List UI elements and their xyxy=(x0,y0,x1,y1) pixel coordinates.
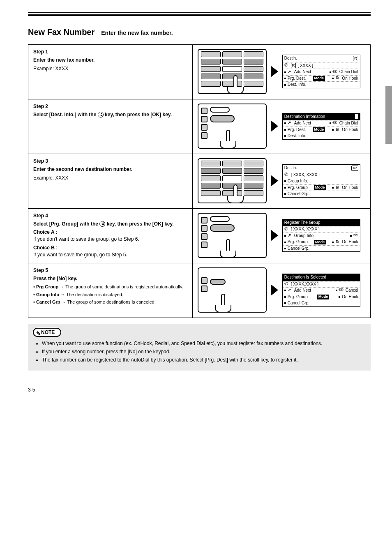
step5-left: Step 5 Press the [No] key. • Prg Group →… xyxy=(28,263,193,318)
lcd-item: Cancel Grp. xyxy=(288,301,309,306)
step-label: Step 2 xyxy=(33,104,187,109)
sub-text: → The destination is displayed. xyxy=(60,292,123,297)
lcd-title: Destin. xyxy=(284,56,297,61)
keypad-illustration xyxy=(198,49,267,94)
scroll-icon xyxy=(98,112,104,117)
lcd-item: Add Next xyxy=(294,288,311,293)
mode-chip: Mode xyxy=(313,127,325,132)
doc-icon xyxy=(335,127,340,132)
lcd-item: Prg. Dest. xyxy=(288,127,306,133)
arrow-icon xyxy=(288,233,293,238)
step-body: Example: XXXX xyxy=(33,175,187,181)
note-badge: ✎ NOTE xyxy=(33,328,61,337)
lcd-screen: Register The Group [ XXXX, XXXX ] Group … xyxy=(282,219,360,252)
step2-left: Step 2 Select [Dest. Info.] with the key… xyxy=(28,99,193,154)
lcd-item: On Hook xyxy=(342,185,358,191)
note-list: When you want to use some function (ex. … xyxy=(33,340,366,363)
lcd-title: Destin. xyxy=(284,166,297,171)
lcd-screen: Destin.R R[ XXXX ] Add NextChain Dial Pr… xyxy=(282,55,360,88)
panel-ok-illustration xyxy=(198,104,267,149)
choice-label: Choice A : xyxy=(33,229,57,235)
doc-icon xyxy=(335,76,340,81)
arrow-icon xyxy=(271,120,278,132)
text: key, then press the [OK] key. xyxy=(105,112,172,117)
step-title: Enter the new fax number. xyxy=(33,57,187,63)
doc-icon xyxy=(335,185,340,190)
choice-label: Choice B : xyxy=(33,245,58,251)
panel-ok-illustration xyxy=(198,213,267,258)
mode-chip: Mode xyxy=(314,240,326,244)
lcd-title: Destination Is Selected xyxy=(284,275,326,280)
lcd-item: Cancel Grp. xyxy=(288,191,309,197)
scroll-icon xyxy=(99,221,105,227)
lcd-line: [ XXXX,XXXX ] xyxy=(291,282,318,287)
note-item: The fax number can be registered to the … xyxy=(42,357,366,364)
lcd-item: Prg. Group xyxy=(288,295,308,300)
phone-icon xyxy=(284,173,289,177)
lcd-item: On Hook xyxy=(342,295,358,300)
lcd-item: Dest. Info. xyxy=(288,134,307,139)
mode-chip: Mode xyxy=(317,295,330,299)
step3-right: Destin.Gr [ XXXX, XXXX ] Group Info. Prg… xyxy=(192,154,370,209)
lcd-item: On Hook xyxy=(342,76,358,81)
step-title: Enter the second new destination number. xyxy=(33,166,187,172)
chain-icon xyxy=(353,233,358,238)
page-number: 3-5 xyxy=(28,387,371,393)
phone-icon xyxy=(284,63,289,68)
step-body: Example: XXXX xyxy=(33,65,187,72)
step-title: Select [Prg. Group] with the key, then p… xyxy=(33,221,187,227)
sub-strong: • Prg Group xyxy=(33,284,60,289)
doc-icon xyxy=(335,240,340,245)
lcd-line: [ XXXX, XXXX ] xyxy=(291,227,320,232)
lcd-item: Group Info. xyxy=(294,233,315,239)
step5-right: Destination Is Selected [ XXXX,XXXX ] Ad… xyxy=(192,263,370,318)
mode-chip: Mode xyxy=(313,76,325,81)
phone-icon xyxy=(284,282,289,287)
note-item: When you want to use some function (ex. … xyxy=(42,340,366,347)
panel-no-illustration xyxy=(198,267,267,313)
lcd-title: Destination Infomation xyxy=(284,114,325,120)
lcd-item: Add Next xyxy=(294,69,311,75)
sub-strong: • Group Info xyxy=(33,292,60,297)
cursor-icon xyxy=(355,114,358,119)
step-label: Step 5 xyxy=(33,267,187,273)
sub-text: → The group of some destinations is regi… xyxy=(60,284,183,289)
choice-text: If you want to save the group, go to Ste… xyxy=(33,251,187,258)
choice-text: If you don't want to save the group, go … xyxy=(33,236,187,242)
step1-left: Step 1 Enter the new fax number. Example… xyxy=(28,45,193,99)
lcd-screen: Destin.Gr [ XXXX, XXXX ] Group Info. Prg… xyxy=(282,164,360,198)
lcd-item: Chain Dial xyxy=(339,121,358,126)
page-subtitle: Enter the new fax number. xyxy=(101,30,173,36)
pencil-icon: ✎ xyxy=(36,330,41,336)
step2-right: Destination Infomation Add NextChain Dia… xyxy=(192,99,370,154)
step-title: Select [Dest. Info.] with the key, then … xyxy=(33,112,187,117)
step4-right: Register The Group [ XXXX, XXXX ] Group … xyxy=(192,209,370,263)
lcd-item: Cancel xyxy=(346,288,358,293)
lcd-item: On Hook xyxy=(342,240,358,245)
header-rule xyxy=(28,12,371,16)
step-title: Press the [No] key. xyxy=(33,276,187,281)
chain-icon xyxy=(333,121,338,126)
badge-gr: Gr xyxy=(351,166,358,171)
step1-right: Destin.R R[ XXXX ] Add NextChain Dial Pr… xyxy=(192,45,370,99)
lcd-item: On Hook xyxy=(342,127,358,133)
sub-text: → The group of some destinations is canc… xyxy=(62,299,156,304)
arrow-icon xyxy=(271,230,278,241)
arrow-icon xyxy=(271,284,278,296)
lcd-item: Prg. Group xyxy=(288,185,308,191)
chain-icon xyxy=(339,288,344,293)
arrow-icon xyxy=(288,121,293,126)
steps-table: Step 1 Enter the new fax number. Example… xyxy=(28,44,371,318)
arrow-icon xyxy=(271,66,278,77)
note-label: NOTE xyxy=(41,329,55,335)
text: Select [Prg. Group] with the xyxy=(33,221,99,227)
badge-r-inline: R xyxy=(291,63,296,68)
lcd-item: Dest. Info. xyxy=(288,82,307,88)
keypad-illustration xyxy=(198,158,267,203)
step-label: Step 3 xyxy=(33,158,187,164)
lcd-item: Add Next xyxy=(294,121,311,126)
text: key, then press the [OK] key. xyxy=(107,221,174,227)
lcd-screen: Destination Is Selected [ XXXX,XXXX ] Ad… xyxy=(282,274,360,307)
step-label: Step 4 xyxy=(33,213,187,219)
lcd-screen: Destination Infomation Add NextChain Dia… xyxy=(282,113,360,140)
